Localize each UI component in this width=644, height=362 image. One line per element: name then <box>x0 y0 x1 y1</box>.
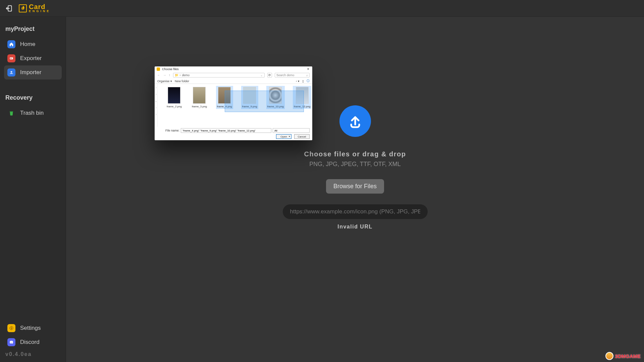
sidebar-item-label: Home <box>20 41 35 48</box>
preview-pane-icon[interactable]: ▯ <box>302 80 304 83</box>
trash-icon <box>7 109 15 117</box>
cancel-button[interactable]: Cancel <box>294 134 310 139</box>
file-name-label: File name: <box>157 129 179 132</box>
dialog-title: Choose files <box>162 67 306 71</box>
uploader-subtitle: PNG, JPG, JPEG, TTF, OTF, XML <box>309 161 401 168</box>
file-grid: frame_2.png frame_3.png frame_4.png fram… <box>158 84 314 127</box>
help-icon[interactable]: ⓘ <box>307 79 310 83</box>
main-area: Choose files or drag & drop PNG, JPG, JP… <box>66 17 644 362</box>
sidebar-item-discord[interactable]: Discord <box>4 335 62 349</box>
sidebar-item-trash[interactable]: Trash bin <box>4 106 62 120</box>
svg-rect-4 <box>10 58 11 59</box>
open-button[interactable]: Open <box>276 134 291 139</box>
dialog-close-button[interactable]: ✕ <box>306 67 310 71</box>
topbar: Card ENGINE <box>0 0 644 17</box>
home-icon <box>7 40 15 48</box>
exporter-icon <box>7 54 15 62</box>
version-label: v0.4.0ea <box>4 349 62 357</box>
url-input[interactable] <box>283 204 428 219</box>
uploader-title: Choose files or drag & drop <box>304 150 406 158</box>
breadcrumb-folder: demo <box>182 73 190 77</box>
nav-forward-icon[interactable]: → <box>163 73 166 77</box>
watermark-text: 3DMGAME <box>615 353 641 359</box>
nav-back-icon[interactable]: ← <box>157 73 160 77</box>
new-folder-button[interactable]: New folder <box>175 80 189 83</box>
folder-icon: 📁 <box>175 73 178 77</box>
sidebar-item-label: Trash bin <box>20 110 44 116</box>
sidebar-item-label: Exporter <box>20 55 42 62</box>
nav-up-icon[interactable]: ↑ <box>169 73 170 77</box>
breadcrumb[interactable]: 📁 › demo ⌄ <box>173 73 265 77</box>
search-placeholder: Search demo <box>276 73 294 77</box>
search-icon: ⌕ <box>306 73 308 77</box>
recovery-title: Recovery <box>4 93 62 106</box>
file-thumb[interactable]: frame_3.png <box>191 86 208 109</box>
view-options-icon[interactable]: ▫ ▾ <box>296 80 300 83</box>
sidebar: myProject Home Exporter Importer Recover… <box>0 17 66 362</box>
svg-point-2 <box>22 8 23 9</box>
watermark: 3DMGAME <box>605 352 641 360</box>
sidebar-item-settings[interactable]: Settings <box>4 321 62 335</box>
sidebar-item-home[interactable]: Home <box>4 37 62 51</box>
watermark-icon <box>605 352 613 360</box>
organise-menu[interactable]: Organise ▾ <box>157 80 172 83</box>
project-title: myProject <box>4 24 62 37</box>
sidebar-item-label: Importer <box>20 69 41 76</box>
folder-tree[interactable]: ››⌄›› <box>155 84 158 127</box>
url-error: Invalid URL <box>337 224 373 230</box>
sidebar-item-exporter[interactable]: Exporter <box>4 51 62 65</box>
dialog-app-icon <box>157 67 160 71</box>
refresh-button[interactable]: ⟳ <box>267 73 272 77</box>
browse-files-button[interactable]: Browse for Files <box>326 179 384 194</box>
svg-point-7 <box>11 342 11 343</box>
svg-point-8 <box>12 342 12 343</box>
svg-rect-5 <box>10 111 13 112</box>
discord-icon <box>7 338 15 346</box>
sidebar-item-label: Discord <box>20 339 40 346</box>
brand-sub: ENGINE <box>29 10 51 12</box>
gear-icon <box>7 324 15 332</box>
file-thumb[interactable]: frame_2.png <box>166 86 183 109</box>
search-input[interactable]: Search demo ⌕ <box>275 73 310 77</box>
brand: Card ENGINE <box>19 4 51 12</box>
file-type-select[interactable] <box>273 128 310 133</box>
upload-icon <box>339 105 371 137</box>
sidebar-item-label: Settings <box>20 325 41 331</box>
svg-point-6 <box>11 327 12 329</box>
exit-icon <box>5 5 13 12</box>
brand-mark-icon <box>19 4 27 12</box>
sidebar-item-importer[interactable]: Importer <box>4 65 62 80</box>
file-chooser-dialog: Choose files ✕ ← → ↑ 📁 › demo ⌄ ⟳ Search… <box>155 66 312 140</box>
file-name-input[interactable] <box>181 128 271 133</box>
exit-button[interactable] <box>5 4 13 13</box>
brand-name: Card <box>29 4 51 10</box>
selection-rectangle <box>225 91 304 112</box>
importer-icon <box>7 68 15 76</box>
